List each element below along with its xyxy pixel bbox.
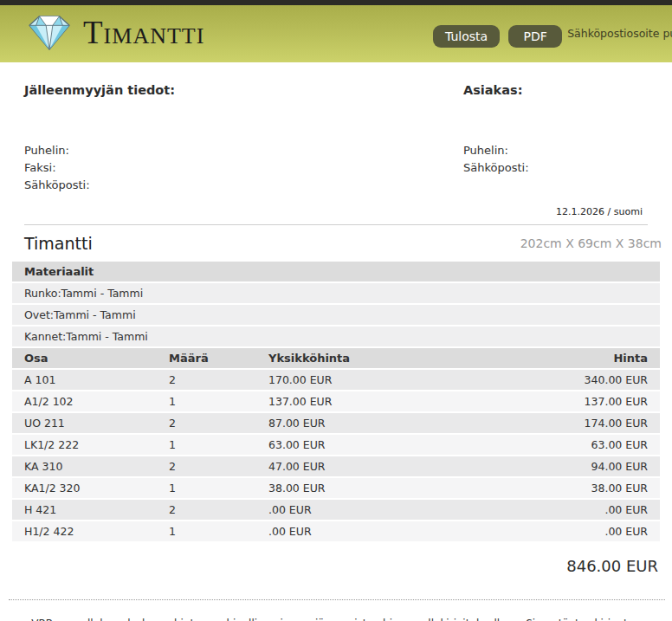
part-qty: 2 bbox=[169, 456, 268, 476]
part-price: 174.00 EUR bbox=[585, 413, 648, 433]
part-unit-price: 137.00 EUR bbox=[268, 391, 585, 411]
table-row: KA 310 2 47.00 EUR 94.00 EUR bbox=[12, 456, 660, 476]
part-unit-price: 38.00 EUR bbox=[268, 478, 591, 498]
materials-table: Materiaalit Runko:Tammi - Tammi Ovet:Tam… bbox=[12, 262, 660, 541]
part-unit-price: .00 EUR bbox=[268, 500, 604, 520]
part-price: 340.00 EUR bbox=[585, 370, 648, 390]
col-yksikkohinta: Yksikköhinta bbox=[268, 348, 613, 368]
part-qty: 1 bbox=[169, 391, 268, 411]
table-row: H1/2 422 1 .00 EUR .00 EUR bbox=[12, 521, 660, 541]
col-osa: Osa bbox=[24, 348, 169, 368]
part-price: .00 EUR bbox=[604, 500, 648, 520]
part-code: A1/2 102 bbox=[24, 391, 169, 411]
part-code: A 101 bbox=[24, 370, 169, 390]
part-code: H1/2 422 bbox=[24, 521, 169, 541]
table-row: A 101 2 170.00 EUR 340.00 EUR bbox=[12, 370, 660, 390]
part-code: UO 211 bbox=[24, 413, 169, 433]
dealer-fax-label: Faksi: bbox=[24, 159, 463, 177]
material-row: Kannet:Tammi - Tammi bbox=[12, 327, 660, 346]
material-row: Ovet:Tammi - Tammi bbox=[12, 305, 660, 325]
customer-email-label: Sähköposti: bbox=[463, 159, 648, 177]
part-price: 63.00 EUR bbox=[591, 435, 649, 455]
part-qty: 1 bbox=[169, 521, 268, 541]
part-unit-price: .00 EUR bbox=[268, 521, 604, 541]
part-qty: 1 bbox=[169, 435, 268, 455]
product-dimensions: 202cm X 69cm X 38cm bbox=[520, 236, 662, 250]
part-qty: 2 bbox=[169, 500, 268, 520]
app-title: Timantti bbox=[83, 16, 204, 52]
col-maara: Määrä bbox=[169, 348, 268, 368]
app-logo: Timantti bbox=[24, 12, 204, 55]
part-unit-price: 47.00 EUR bbox=[268, 456, 591, 476]
dealer-phone-label: Puhelin: bbox=[24, 142, 463, 159]
dealer-email-label: Sähköposti: bbox=[24, 177, 463, 194]
table-row: UO 211 2 87.00 EUR 174.00 EUR bbox=[12, 413, 660, 433]
print-button[interactable]: Tulosta bbox=[433, 25, 500, 48]
pdf-button[interactable]: PDF bbox=[508, 25, 562, 48]
part-price: 94.00 EUR bbox=[591, 456, 649, 476]
app-header: Timantti Tulosta PDF Sähköpostiosoite pu… bbox=[0, 5, 672, 62]
footer-divider bbox=[9, 599, 665, 600]
part-code: KA1/2 320 bbox=[24, 478, 169, 498]
customer-phone-label: Puhelin: bbox=[463, 142, 648, 159]
total-price: 846.00 EUR bbox=[0, 543, 672, 575]
date-and-locale: 12.1.2026 / suomi bbox=[24, 194, 648, 225]
part-unit-price: 170.00 EUR bbox=[268, 370, 585, 390]
part-code: H 421 bbox=[24, 500, 169, 520]
part-code: LK1/2 222 bbox=[24, 435, 169, 455]
product-name: Timantti bbox=[24, 234, 93, 253]
part-qty: 2 bbox=[169, 370, 268, 390]
price-disclaimer: VBB - sovelluksen laskema hinta on ohjee… bbox=[30, 616, 642, 621]
part-unit-price: 87.00 EUR bbox=[268, 413, 585, 433]
customer-info: Asiakas: Puhelin: Sähköposti: bbox=[463, 83, 648, 194]
diamond-icon bbox=[24, 12, 74, 55]
part-price: 38.00 EUR bbox=[591, 478, 649, 498]
email-missing-warning: Sähköpostiosoite puuttu bbox=[567, 25, 672, 40]
info-section: Jälleenmyyjän tiedot: Puhelin: Faksi: Sä… bbox=[0, 62, 672, 225]
parts-table-header: Osa Määrä Yksikköhinta Hinta bbox=[12, 348, 660, 368]
table-row: H 421 2 .00 EUR .00 EUR bbox=[12, 500, 660, 520]
table-row: LK1/2 222 1 63.00 EUR 63.00 EUR bbox=[12, 435, 660, 455]
material-row: Runko:Tammi - Tammi bbox=[12, 283, 660, 303]
part-unit-price: 63.00 EUR bbox=[268, 435, 591, 455]
part-qty: 2 bbox=[169, 413, 268, 433]
materials-header: Materiaalit bbox=[12, 262, 660, 281]
part-price: 137.00 EUR bbox=[585, 391, 648, 411]
table-row: KA1/2 320 1 38.00 EUR 38.00 EUR bbox=[12, 478, 660, 498]
part-price: .00 EUR bbox=[604, 521, 648, 541]
product-header: Timantti 202cm X 69cm X 38cm bbox=[0, 225, 672, 262]
customer-title: Asiakas: bbox=[463, 83, 648, 97]
dealer-info: Jälleenmyyjän tiedot: Puhelin: Faksi: Sä… bbox=[24, 83, 463, 194]
col-hinta: Hinta bbox=[613, 348, 648, 368]
part-qty: 1 bbox=[169, 478, 268, 498]
dealer-title: Jälleenmyyjän tiedot: bbox=[24, 83, 463, 97]
part-code: KA 310 bbox=[24, 456, 169, 476]
table-row: A1/2 102 1 137.00 EUR 137.00 EUR bbox=[12, 391, 660, 411]
